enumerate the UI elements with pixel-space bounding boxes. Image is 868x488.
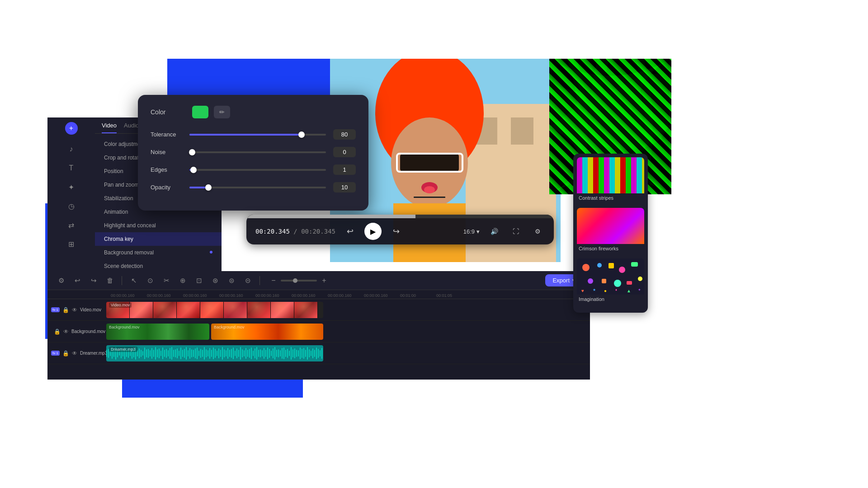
edges-thumb[interactable] <box>190 167 197 173</box>
svg-rect-114 <box>287 349 288 358</box>
fullscreen-button[interactable]: ⛶ <box>509 224 523 239</box>
zoom-in-button[interactable]: + <box>320 276 329 285</box>
bg-clip-green-label: Background.mov <box>109 325 140 329</box>
eye-icon-bg[interactable]: 👁 <box>63 328 69 335</box>
svg-point-144 <box>638 277 642 281</box>
eye-icon-audio[interactable]: 👁 <box>72 350 77 357</box>
svg-rect-104 <box>269 349 270 358</box>
svg-rect-111 <box>282 348 283 359</box>
opacity-slider[interactable] <box>189 187 326 188</box>
video-track-row: fx·1 🔒 👁 Video.mov Video.mov <box>47 299 590 321</box>
ruler-mark-2: 00:00:00.160 <box>183 293 219 298</box>
menu-chroma-key[interactable]: Chroma key <box>95 232 222 246</box>
ruler-mark-3: 00:00:00.160 <box>219 293 255 298</box>
forward-button[interactable]: ↪ <box>389 224 403 239</box>
tab-audio[interactable]: Audio <box>124 122 139 133</box>
menu-highlight-and-conceal[interactable]: Highlight and conceal <box>95 219 222 232</box>
undo-button[interactable]: ↩ <box>71 274 84 287</box>
audio-clip[interactable]: Dreamer.mp3 <box>106 345 323 361</box>
text-sidebar-icon[interactable]: T <box>63 160 80 176</box>
freeze-tool-button[interactable]: ⊕ <box>176 274 189 287</box>
speed-tool-button[interactable]: ⊛ <box>209 274 222 287</box>
timeline-tracks: fx·1 🔒 👁 Video.mov Video.mov <box>47 299 590 364</box>
svg-rect-62 <box>193 350 194 357</box>
svg-rect-143 <box>627 281 632 285</box>
svg-rect-51 <box>173 350 174 357</box>
tolerance-thumb[interactable] <box>298 131 305 138</box>
svg-rect-110 <box>280 350 281 357</box>
svg-rect-59 <box>188 350 189 357</box>
aspect-ratio-selector[interactable]: 16:9 ▾ <box>463 228 480 235</box>
bg-track-content[interactable]: Background.mov Background.mov <box>106 323 590 341</box>
opacity-thumb[interactable] <box>205 184 212 191</box>
menu-background-removal[interactable]: Background removal <box>95 246 222 259</box>
noise-thumb[interactable] <box>189 149 195 155</box>
cut-tool-button[interactable]: ✂ <box>160 274 173 287</box>
svg-rect-84 <box>233 347 234 359</box>
svg-rect-77 <box>220 350 221 357</box>
fx-badge-audio: fx·1 <box>51 351 60 356</box>
transition-sidebar-icon[interactable]: ⇄ <box>63 217 80 233</box>
grid-sidebar-icon[interactable]: ⊞ <box>63 236 80 252</box>
svg-rect-79 <box>224 349 225 357</box>
svg-text:✦: ✦ <box>638 288 641 292</box>
svg-rect-40 <box>153 350 154 357</box>
audio-track-row: fx·1 🔒 👁 Dreamer.mp3 Dreamer.mp3 <box>47 343 590 364</box>
bg-clip-green[interactable]: Background.mov <box>106 324 209 340</box>
audio-track-content[interactable]: Dreamer.mp3 <box>106 344 590 362</box>
magnet-tool-button[interactable]: ⊙ <box>144 274 156 287</box>
svg-rect-100 <box>262 350 263 357</box>
svg-rect-74 <box>215 349 216 358</box>
video-clip[interactable] <box>106 302 323 318</box>
zoom-out-button[interactable]: − <box>269 276 278 285</box>
volume-button[interactable]: 🔊 <box>487 224 501 239</box>
video-track-content[interactable]: Video.mov <box>106 301 590 319</box>
preset-crimson-fireworks[interactable]: Crimson fireworks <box>577 208 644 255</box>
history-sidebar-icon[interactable]: ◷ <box>63 198 80 214</box>
thumb-2 <box>130 302 153 318</box>
music-sidebar-icon[interactable]: ♪ <box>63 141 80 157</box>
svg-rect-56 <box>182 350 183 357</box>
select-tool-button[interactable]: ↖ <box>127 274 140 287</box>
bg-clip-orange[interactable]: Background.mov <box>211 324 323 340</box>
svg-rect-139 <box>631 262 638 267</box>
effects-sidebar-icon[interactable]: ✦ <box>63 179 80 195</box>
add-button[interactable]: + <box>65 122 78 135</box>
eye-icon-video[interactable]: 👁 <box>72 307 77 313</box>
tolerance-slider[interactable] <box>189 134 326 136</box>
play-button[interactable]: ▶ <box>364 223 382 240</box>
svg-rect-113 <box>285 350 286 357</box>
svg-rect-64 <box>197 347 198 359</box>
svg-rect-112 <box>283 347 284 359</box>
background-track-row: 🔒 👁 Background.mov Background.mov Backgr… <box>47 321 590 343</box>
tolerance-fill <box>189 134 302 136</box>
svg-rect-107 <box>274 347 275 360</box>
lock-icon-video: 🔒 <box>62 307 69 313</box>
preset-contrast-stripes[interactable]: Contrast stripes <box>577 157 644 204</box>
zoom-slider[interactable] <box>281 280 317 282</box>
crop-tool-button[interactable]: ⊡ <box>193 274 205 287</box>
svg-point-136 <box>597 263 602 267</box>
delete-button[interactable]: 🗑 <box>104 274 116 287</box>
noise-slider[interactable] <box>189 151 326 153</box>
player-progress-bar[interactable] <box>246 215 554 218</box>
settings-tool-button[interactable]: ⚙ <box>55 274 67 287</box>
tab-video[interactable]: Video <box>102 122 117 133</box>
svg-rect-97 <box>256 347 257 360</box>
tolerance-row: Tolerance 80 <box>151 129 356 140</box>
audio-tool-button[interactable]: ⊜ <box>225 274 238 287</box>
lock-icon-audio: 🔒 <box>62 350 69 357</box>
edges-slider[interactable] <box>189 169 326 171</box>
color-picker-button[interactable]: ✏ <box>214 106 230 118</box>
svg-rect-53 <box>177 348 178 358</box>
audio-clip-label: Dreamer.mp3 <box>109 347 137 352</box>
rewind-button[interactable]: ↩ <box>343 224 357 239</box>
more-tool-button[interactable]: ⊝ <box>241 274 254 287</box>
svg-rect-41 <box>155 347 156 360</box>
preset-imagination[interactable]: ♥ ★ ● ♦ ▲ ✦ Imagination <box>577 258 644 305</box>
settings-button[interactable]: ⚙ <box>530 224 545 239</box>
ruler-mark-9: 00:01:05 <box>436 293 472 298</box>
svg-rect-9 <box>414 197 445 198</box>
redo-button[interactable]: ↪ <box>87 274 100 287</box>
color-swatch-button[interactable] <box>192 106 208 118</box>
